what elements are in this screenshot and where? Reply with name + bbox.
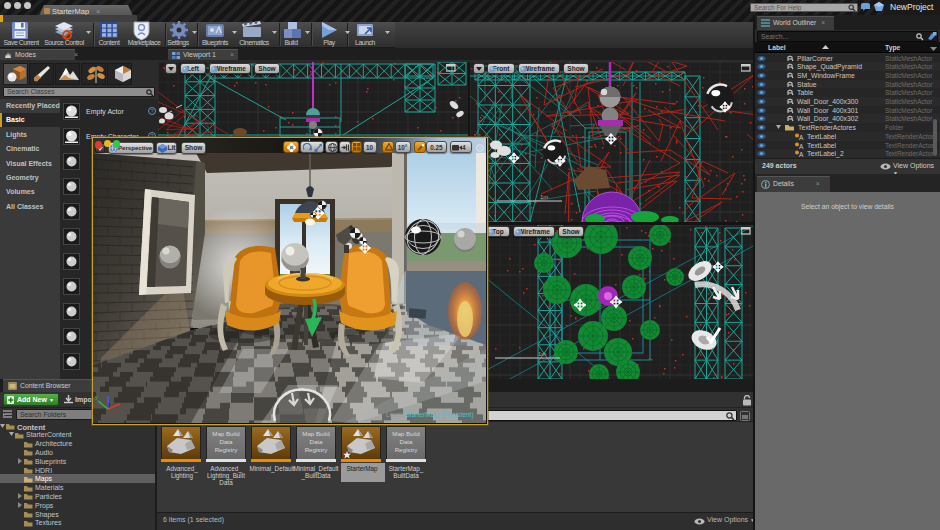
- svg-text:1m: 1m: [540, 194, 548, 200]
- svg-text:?: ?: [150, 108, 153, 114]
- svg-text:1m: 1m: [538, 351, 546, 357]
- svg-text:Level: StarterMap (Persistent): Level: StarterMap (Persistent): [386, 411, 474, 419]
- svg-text:A: A: [799, 151, 804, 158]
- svg-text:y: y: [95, 394, 98, 400]
- svg-text:A: A: [799, 142, 804, 149]
- svg-text:A: A: [799, 133, 804, 140]
